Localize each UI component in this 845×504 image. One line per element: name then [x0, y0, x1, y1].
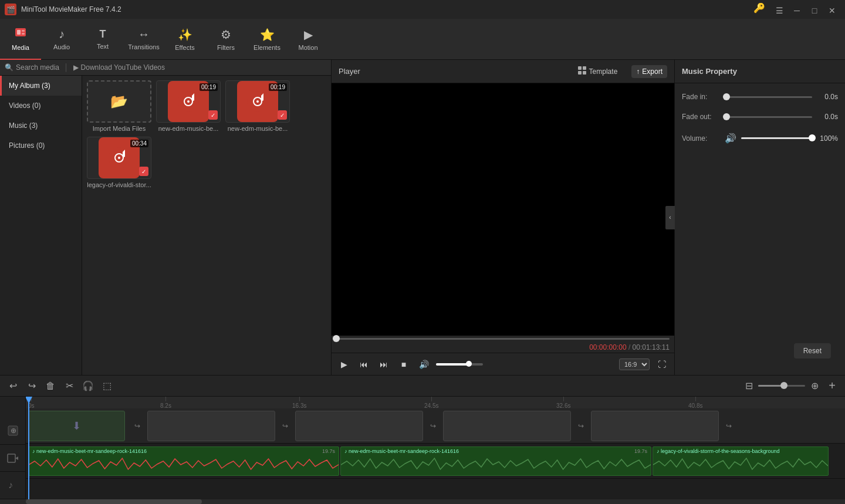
transition-1[interactable]: ↪ — [129, 422, 146, 430]
stop-button[interactable]: ■ — [396, 357, 411, 372]
media-item-music1[interactable]: 00:19 ✓ new-edm-music-be... — [156, 80, 221, 132]
export-button[interactable]: ↑ Export — [631, 65, 667, 78]
sidebar-item-videos[interactable]: Videos (0) — [0, 96, 82, 116]
media-label-3: legacy-of-vivaldi-stor... — [87, 181, 151, 188]
media-panel: 🔍 Search media │ ▶ Download YouTube Vide… — [0, 60, 332, 375]
play-button[interactable]: ▶ — [336, 357, 351, 372]
transition-5[interactable]: ↪ — [720, 422, 738, 430]
headphones-button[interactable]: 🎧 — [80, 378, 96, 394]
toolbar-filters[interactable]: ⚙ Filters — [205, 19, 246, 60]
reset-button[interactable]: Reset — [794, 343, 831, 358]
svg-rect-15 — [578, 66, 582, 70]
video-track: ⬇ ↪ ↪ ↪ ↪ ↪ — [26, 408, 845, 444]
player-time-display: 00:00:00:00 / 00:01:13:11 — [332, 342, 674, 353]
zoom-out-button[interactable]: ⊟ — [742, 379, 756, 393]
undo-button[interactable]: ↩ — [5, 378, 21, 394]
template-button[interactable]: Template — [573, 63, 623, 79]
timeline-ruler: 0s 8.2s 16.3s 24.5s 32.6s 40.8s — [26, 397, 845, 408]
player-progress-bar[interactable] — [336, 338, 670, 340]
media-check-1: ✓ — [208, 110, 218, 120]
import-media-item[interactable]: 📂 Import Media Files — [87, 80, 151, 132]
sidebar-item-music[interactable]: Music (3) — [0, 116, 82, 136]
zoom-slider[interactable] — [758, 385, 805, 387]
close-button[interactable]: ✕ — [824, 2, 840, 19]
player-controls: ▶ ⏮ ⏭ ■ 🔊 16:9 9:16 1:1 4:3 ⛶ — [332, 353, 674, 375]
menu-button[interactable]: ☰ — [771, 2, 787, 19]
ruler-mark-1: 8.2s — [160, 397, 171, 409]
youtube-download-button[interactable]: ▶ Download YouTube Videos — [73, 63, 165, 72]
add-track-button[interactable]: + — [824, 378, 840, 394]
transition-2[interactable]: ↪ — [276, 422, 294, 430]
toolbar-text[interactable]: T Text — [82, 19, 123, 60]
aspect-ratio-select[interactable]: 16:9 9:16 1:1 4:3 — [619, 358, 650, 370]
player-label: Player — [339, 67, 360, 76]
fullscreen-button[interactable]: ⛶ — [654, 357, 670, 372]
timeline-tracks: 0s 8.2s 16.3s 24.5s 32.6s 40.8s ⬇ ↪ — [26, 397, 845, 499]
audio-clip-2-label: ♪ new-edm-music-beet-mr-sandeep-rock-141… — [344, 448, 459, 454]
transition-4[interactable]: ↪ — [572, 422, 590, 430]
waveform-1 — [29, 456, 339, 473]
timeline-body: ⊕ ♪ 0s 8.2s 16.3s 24.5s 32.6s 40.8s — [0, 397, 845, 499]
audio-clip-3-label: ♪ legacy-of-vivaldi-storm-of-the-seasons… — [657, 448, 780, 454]
volume-button[interactable]: 🔊 — [416, 357, 431, 372]
fade-out-slider[interactable] — [725, 116, 812, 118]
properties-panel: Music Property Fade in: 0.0s Fade out: 0… — [675, 60, 845, 375]
minimize-button[interactable]: ─ — [789, 2, 805, 19]
toolbar-audio-label: Audio — [53, 43, 70, 50]
search-media-button[interactable]: 🔍 Search media — [5, 63, 59, 72]
media-duration-2: 00:19 — [269, 83, 287, 91]
folder-icon: 📂 — [110, 93, 128, 110]
media-item-music2[interactable]: 00:19 ✓ new-edm-music-be... — [225, 80, 290, 132]
audio-clip-2[interactable]: ♪ new-edm-music-beet-mr-sandeep-rock-141… — [340, 447, 651, 476]
properties-collapse-button[interactable]: ‹ — [665, 206, 675, 229]
toolbar-motion[interactable]: ▶ Motion — [288, 19, 329, 60]
zoom-in-button[interactable]: ⊕ — [807, 379, 822, 393]
volume-value: 100% — [817, 134, 838, 143]
toolbar-transitions-label: Transitions — [128, 43, 159, 50]
toolbar-effects[interactable]: ✨ Effects — [164, 19, 205, 60]
audio-clip-1[interactable]: ♪ new-edm-music-beet-mr-sandeep-rock-141… — [28, 447, 339, 476]
properties-title: Music Property — [682, 67, 737, 76]
next-frame-button[interactable]: ⏭ — [376, 357, 391, 372]
fade-out-row: Fade out: 0.0s — [682, 113, 838, 121]
delete-button[interactable]: 🗑 — [42, 378, 59, 394]
toolbar-transitions[interactable]: ↔ Transitions — [123, 19, 164, 60]
media-grid: 📂 Import Media Files 00:19 ✓ new-edm-mus… — [82, 76, 331, 375]
toolbar-motion-label: Motion — [298, 44, 317, 51]
redo-button[interactable]: ↪ — [23, 378, 40, 394]
maximize-button[interactable]: □ — [806, 2, 823, 19]
track-label-add[interactable]: ⊕ — [0, 417, 26, 445]
volume-prop-slider[interactable] — [741, 137, 812, 139]
media-grid-container: My Album (3) Videos (0) Music (3) Pictur… — [0, 76, 331, 375]
volume-slider[interactable] — [436, 363, 483, 366]
toolbar-media[interactable]: Media — [0, 19, 41, 60]
media-thumb-music3: 00:34 ✓ — [87, 137, 151, 179]
prev-frame-button[interactable]: ⏮ — [356, 357, 371, 372]
app-icon: 🎬 — [5, 4, 16, 15]
ruler-mark-2: 16.3s — [292, 397, 306, 409]
fade-in-slider[interactable] — [725, 96, 812, 98]
sidebar-item-my-album[interactable]: My Album (3) — [0, 76, 82, 96]
effects-icon: ✨ — [178, 28, 192, 42]
media-item-music3[interactable]: 00:34 ✓ legacy-of-vivaldi-stor... — [87, 137, 151, 188]
video-clip-main[interactable]: ⬇ — [28, 411, 125, 441]
sidebar-item-pictures[interactable]: Pictures (0) — [0, 136, 82, 155]
text-icon: T — [100, 28, 106, 40]
audio-icon: ♪ — [59, 28, 65, 41]
toolbar-audio[interactable]: ♪ Audio — [41, 19, 82, 60]
timeline-scrollbar[interactable] — [0, 499, 845, 504]
toolbar-elements[interactable]: ⭐ Elements — [246, 19, 288, 60]
youtube-download-label: Download YouTube Videos — [81, 63, 165, 72]
svg-rect-17 — [578, 71, 582, 75]
empty-slot-2 — [295, 411, 423, 441]
audio-track: ♪ new-edm-music-beet-mr-sandeep-rock-141… — [26, 444, 845, 479]
audio-clip-3[interactable]: ♪ legacy-of-vivaldi-storm-of-the-seasons… — [653, 447, 829, 476]
timeline-scrollbar-thumb[interactable] — [26, 499, 202, 504]
media-label-1: new-edm-music-be... — [156, 125, 221, 132]
toolbar-elements-label: Elements — [254, 44, 280, 51]
crop-button[interactable]: ⬚ — [99, 378, 115, 394]
transition-3[interactable]: ↪ — [424, 422, 442, 430]
cut-button[interactable]: ✂ — [61, 378, 77, 394]
media-icon — [14, 26, 27, 42]
import-thumb[interactable]: 📂 — [87, 80, 151, 123]
